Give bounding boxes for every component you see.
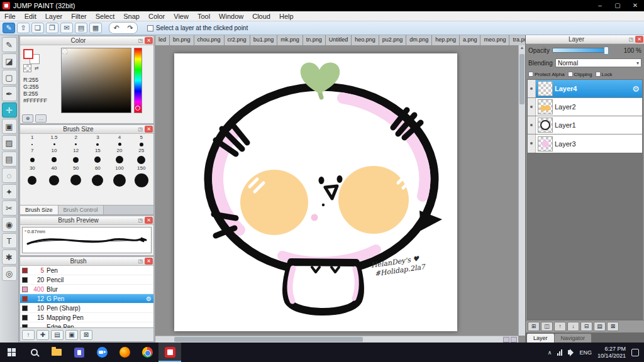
vertical-scroll-thumb[interactable] [519,54,525,104]
hidden-icons-button[interactable]: ∧ [548,349,552,356]
horizontal-scrollbar[interactable] [155,336,518,343]
layer-thumbnail[interactable] [538,81,553,96]
layer-thumbnail[interactable] [538,99,553,114]
brush-scroll-up-button[interactable]: ↑ [22,330,35,340]
save-brush-button[interactable]: ▣ [65,330,78,340]
maximize-button[interactable]: ▢ [609,0,626,11]
close-button[interactable]: ✕ [626,0,644,11]
panel-close-icon[interactable]: ✕ [635,36,643,43]
shape-tool[interactable]: ▣ [2,119,17,134]
panel-float-icon[interactable]: ◳ [136,216,145,224]
brush-size-dot[interactable] [87,172,109,189]
right-panel-tab[interactable]: Layer [527,334,554,343]
export-button[interactable]: ⇧ [17,23,30,33]
duplicate-layer-button[interactable]: ◫ [541,322,553,331]
document-tab[interactable]: tra.png [509,35,525,45]
notification-center-button[interactable] [631,349,639,356]
brush-size-dot[interactable] [65,172,87,189]
brush-size-dot[interactable] [109,172,131,189]
brush-size-dot[interactable] [87,154,109,165]
scroll-corner-button[interactable] [511,337,517,343]
brush-size-dot[interactable] [87,141,109,148]
document-tab[interactable]: a.png [460,35,481,45]
wand-tool[interactable]: ✦ [2,184,17,199]
language-indicator[interactable]: ENG [579,349,592,356]
document-tab[interactable]: heo.png [352,35,379,45]
document-tab[interactable]: mk.png [277,35,303,45]
comment-button[interactable]: ❏ [31,23,44,33]
layer-option[interactable]: Lock [596,72,613,77]
layer-option-checkbox[interactable] [568,72,573,77]
merge-layer-button[interactable]: ⊟ [580,322,592,331]
color-options-button[interactable]: … [35,114,47,123]
move-tool[interactable]: ✛ [2,102,17,118]
drawing-canvas[interactable]: HelanDey's ♥ #Holidap.2la7 [174,53,457,331]
right-panel-tab[interactable]: Navigator [555,334,592,343]
menu-item[interactable]: Help [275,11,298,21]
document-tab[interactable]: bn.png [170,35,194,45]
brush-folder-button[interactable]: ▤ [51,330,64,340]
document-tab[interactable]: led [155,35,170,45]
panel-close-icon[interactable]: ✕ [145,258,153,265]
layer-row[interactable]: Layer3 ⚙ [528,134,642,153]
text-tool[interactable]: T [2,233,17,248]
transparent-color-swatch[interactable] [23,64,31,72]
panel-close-icon[interactable]: ✕ [145,37,153,44]
panel-float-icon[interactable]: ◳ [627,35,635,43]
fill-tool[interactable]: ▨ [2,135,17,150]
opacity-slider[interactable] [552,48,608,53]
hue-slider[interactable] [134,48,142,113]
volume-icon[interactable] [568,350,571,354]
sv-marker[interactable] [62,49,67,54]
new-layer-button[interactable]: ⊞ [528,322,540,331]
hue-marker[interactable] [135,106,140,111]
menu-item[interactable]: Cloud [248,11,275,21]
undo-button[interactable]: ↶ [109,23,123,33]
menu-item[interactable]: Color [144,11,169,21]
horizontal-scroll-thumb[interactable] [174,337,363,342]
layer-option[interactable]: Protect Alpha [528,72,565,77]
select-layer-checkbox[interactable] [147,25,153,31]
marquee-tool[interactable]: ▢ [2,70,17,85]
panel-float-icon[interactable]: ◳ [136,257,145,265]
panel-close-icon[interactable]: ✕ [145,217,153,224]
brush-row[interactable]: 400 Blur ⚙ [20,285,153,294]
document-tab[interactable]: meo.png [480,35,509,45]
layer-option-checkbox[interactable] [596,72,601,77]
delete-brush-button[interactable]: ⊠ [80,330,92,340]
comment-alt-button[interactable]: ❐ [46,23,58,33]
layer-thumbnail[interactable] [538,136,553,151]
redo-button[interactable]: ↷ [123,23,137,33]
blending-select[interactable]: Normal ▾ [555,58,641,67]
swap-colors-icon[interactable]: ⇄ [35,65,39,71]
eraser-tool[interactable]: ◪ [2,53,17,69]
delete-layer-button[interactable]: ⊠ [607,322,619,331]
scissors-tool[interactable]: ✂ [2,200,17,216]
zoom-app-button[interactable] [91,343,113,362]
minimize-button[interactable]: – [591,0,609,11]
document-tab[interactable]: Untitled [326,35,352,45]
brush-tool[interactable]: ✎ [2,37,17,52]
brush-row[interactable]: 15 Mapping Pen ⚙ [20,313,153,322]
opacity-slider-handle[interactable] [604,47,609,55]
brush-size-dot[interactable] [43,172,65,189]
message-button[interactable]: ✉ [60,23,73,33]
list-button[interactable]: ▦ [89,23,102,33]
scroll-corner-button[interactable] [503,337,509,343]
brush-settings-icon[interactable]: ⚙ [146,295,152,302]
gradient-tool[interactable]: ▤ [2,151,17,167]
network-icon[interactable] [557,349,562,356]
form-button[interactable]: ▤ [75,23,87,33]
brush-size-dot[interactable] [130,172,152,189]
menu-item[interactable]: File [0,11,20,21]
brush-size-dot[interactable] [130,154,152,165]
brush-size-dot[interactable] [130,141,152,148]
file-explorer-button[interactable] [45,343,68,362]
brush-size-dot[interactable] [65,141,87,148]
panel-float-icon[interactable]: ◳ [136,125,145,133]
layer-row[interactable]: Layer2 ⚙ [528,98,642,116]
layer-down-button[interactable]: ↓ [567,322,579,331]
brush-size-dot[interactable] [109,141,131,148]
brush-size-tab[interactable]: Brush Control [58,206,104,214]
brush-row[interactable]: 10 Pen (Sharp) ⚙ [20,304,153,313]
